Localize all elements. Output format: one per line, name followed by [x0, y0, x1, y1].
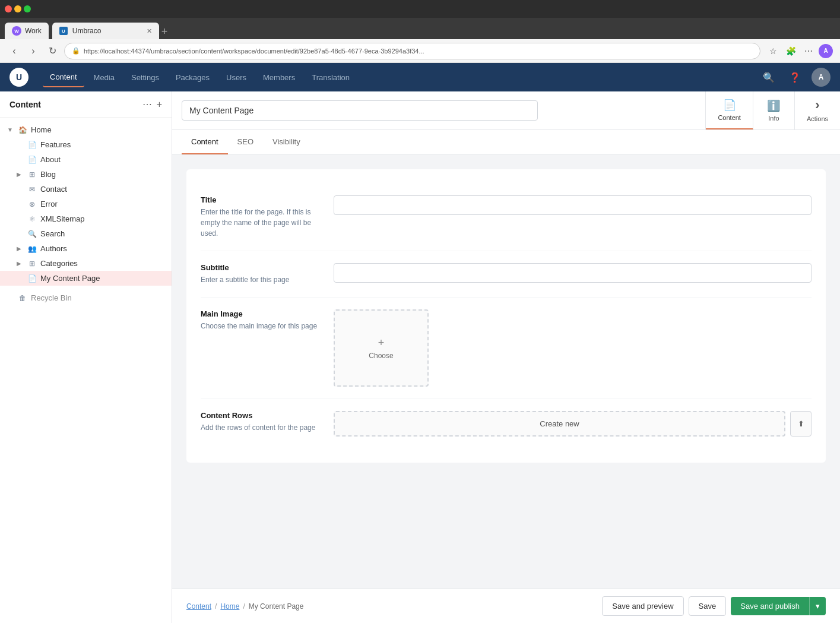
bookmark-button[interactable]: ☆	[765, 43, 781, 59]
document-name-area	[172, 91, 706, 129]
image-chooser-plus-icon: +	[378, 337, 385, 349]
nav-item-members[interactable]: Members	[256, 68, 302, 87]
info-header-icon: ℹ️	[767, 99, 780, 112]
nav-item-settings[interactable]: Settings	[124, 68, 166, 87]
about-icon: 📄	[27, 156, 37, 164]
forward-button[interactable]: ›	[26, 44, 40, 58]
sidebar-item-xmlsitemap[interactable]: ⚛ XMLSitemap	[0, 211, 172, 226]
address-box[interactable]: 🔒 https://localhost:44374/umbraco/sectio…	[64, 43, 760, 59]
help-icon-button[interactable]: ❓	[785, 68, 804, 87]
document-name-input[interactable]	[182, 100, 538, 121]
search-label: Search	[40, 229, 164, 238]
nav-item-content[interactable]: Content	[43, 68, 84, 87]
title-input[interactable]	[334, 195, 812, 215]
sidebar-item-features[interactable]: 📄 Features	[0, 137, 172, 152]
error-label: Error	[40, 200, 164, 208]
tab-favicon: U	[59, 27, 68, 35]
image-chooser[interactable]: + Choose	[334, 309, 429, 387]
sidebar-item-authors[interactable]: ▶ 👥 Authors	[0, 241, 172, 256]
footer-actions: Save and preview Save Save and publish ▾	[602, 596, 826, 616]
title-description: Enter the title for the page. If this is…	[201, 207, 319, 239]
recycle-bin-label: Recycle Bin	[31, 293, 164, 302]
sidebar-item-my-content-page[interactable]: 📄 My Content Page	[0, 271, 172, 286]
sidebar-item-home[interactable]: ▼ 🏠 Home	[0, 122, 172, 137]
extensions-button[interactable]: 🧩	[783, 43, 798, 59]
tab-content[interactable]: Content	[182, 130, 228, 154]
nav-items: Content Media Settings Packages Users Me…	[43, 68, 745, 87]
form-section: Title Enter the title for the page. If t…	[186, 169, 826, 463]
profile-circle[interactable]: A	[819, 44, 833, 58]
home-label: Home	[31, 125, 164, 134]
xmlsitemap-label: XMLSitemap	[40, 214, 164, 223]
main-image-label-area: Main Image Choose the main image for thi…	[201, 309, 319, 387]
xmlsitemap-icon: ⚛	[27, 215, 37, 223]
sidebar: Content ⋯ + ▼ 🏠 Home 📄 Features	[0, 91, 172, 623]
actions-header-label: Actions	[807, 115, 828, 122]
sidebar-item-error[interactable]: ⊗ Error	[0, 197, 172, 211]
user-avatar[interactable]: A	[812, 68, 831, 87]
sidebar-item-categories[interactable]: ▶ ⊞ Categories	[0, 256, 172, 271]
error-icon: ⊗	[27, 200, 37, 208]
subtitle-input[interactable]	[334, 263, 812, 283]
url-text: https://localhost:44374/umbraco/section/…	[84, 48, 424, 55]
expand-arrow-authors: ▶	[17, 245, 24, 252]
breadcrumb-content[interactable]: Content	[186, 602, 211, 611]
save-button[interactable]: Save	[689, 596, 727, 616]
content-header-button[interactable]: 📄 Content	[706, 91, 753, 129]
sidebar-item-about[interactable]: 📄 About	[0, 152, 172, 167]
umbraco-tab[interactable]: U Umbraco ✕	[52, 23, 159, 39]
document-header: 📄 Content ℹ️ Info › Actions	[172, 91, 840, 130]
save-and-publish-button[interactable]: Save and publish	[731, 597, 809, 615]
breadcrumb-current: My Content Page	[249, 602, 304, 611]
new-tab-button[interactable]: +	[161, 26, 168, 39]
breadcrumb-home[interactable]: Home	[220, 602, 239, 611]
save-preview-button[interactable]: Save and preview	[602, 596, 683, 616]
more-button[interactable]: ⋯	[801, 43, 816, 59]
nav-item-packages[interactable]: Packages	[169, 68, 217, 87]
main-content: Content ⋯ + ▼ 🏠 Home 📄 Features	[0, 91, 840, 623]
browser-actions: ☆ 🧩 ⋯ A	[765, 43, 833, 59]
sidebar-actions: ⋯ +	[142, 99, 162, 110]
sidebar-add-button[interactable]: +	[157, 99, 162, 110]
expand-arrow-blog: ▶	[17, 171, 24, 178]
top-navigation: U Content Media Settings Packages Users …	[0, 63, 840, 91]
nav-item-translation[interactable]: Translation	[305, 68, 357, 87]
sidebar-item-recycle-bin[interactable]: 🗑 Recycle Bin	[0, 290, 172, 305]
info-header-button[interactable]: ℹ️ Info	[753, 91, 795, 129]
tab-visibility[interactable]: Visibility	[263, 130, 310, 154]
back-button[interactable]: ‹	[7, 44, 21, 58]
image-chooser-label: Choose	[369, 352, 393, 360]
content-rows-extra-button[interactable]: ⬆	[790, 411, 812, 437]
my-content-page-label: My Content Page	[40, 274, 164, 283]
tab-close-icon[interactable]: ✕	[147, 27, 152, 35]
publish-dropdown-arrow[interactable]: ▾	[809, 597, 826, 615]
field-title: Title Enter the title for the page. If t…	[201, 184, 812, 251]
sidebar-item-blog[interactable]: ▶ ⊞ Blog	[0, 167, 172, 182]
app: U Content Media Settings Packages Users …	[0, 63, 840, 623]
actions-header-icon: ›	[815, 97, 819, 113]
nav-item-media[interactable]: Media	[87, 68, 122, 87]
actions-header-button[interactable]: › Actions	[795, 91, 840, 129]
tab-seo[interactable]: SEO	[228, 130, 263, 154]
sidebar-more-button[interactable]: ⋯	[142, 99, 152, 110]
close-button[interactable]	[5, 5, 12, 12]
about-label: About	[40, 155, 164, 164]
minimize-button[interactable]	[14, 5, 21, 12]
maximize-button[interactable]	[24, 5, 31, 12]
sidebar-title: Content	[9, 100, 41, 109]
sidebar-item-search[interactable]: 🔍 Search	[0, 226, 172, 241]
nav-item-users[interactable]: Users	[219, 68, 253, 87]
work-tab[interactable]: W Work	[5, 23, 49, 39]
create-new-button[interactable]: Create new	[334, 411, 785, 437]
authors-label: Authors	[40, 244, 164, 253]
browser-controls	[5, 5, 31, 12]
sidebar-item-contact[interactable]: ✉ Contact	[0, 182, 172, 197]
logo[interactable]: U	[9, 68, 28, 87]
content-header-label: Content	[718, 114, 741, 121]
title-label-area: Title Enter the title for the page. If t…	[201, 195, 319, 239]
info-header-label: Info	[768, 115, 779, 122]
refresh-button[interactable]: ↻	[45, 44, 59, 58]
expand-arrow-categories: ▶	[17, 260, 24, 267]
search-icon-button[interactable]: 🔍	[759, 68, 778, 87]
blog-icon: ⊞	[27, 170, 37, 179]
